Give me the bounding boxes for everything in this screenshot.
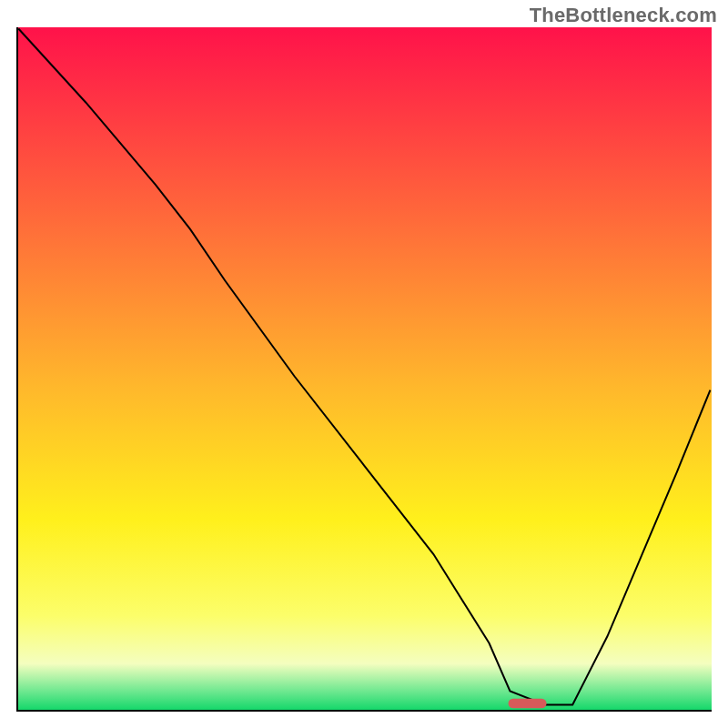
chart-frame: TheBottleneck.com <box>0 0 728 728</box>
marker-layer <box>509 699 547 709</box>
x-axis <box>16 710 712 712</box>
watermark-text: TheBottleneck.com <box>530 4 717 27</box>
y-axis <box>16 27 18 712</box>
optimal-marker <box>509 699 547 709</box>
plot-svg <box>16 27 712 712</box>
plot-area <box>16 27 712 712</box>
gradient-background <box>16 27 712 712</box>
